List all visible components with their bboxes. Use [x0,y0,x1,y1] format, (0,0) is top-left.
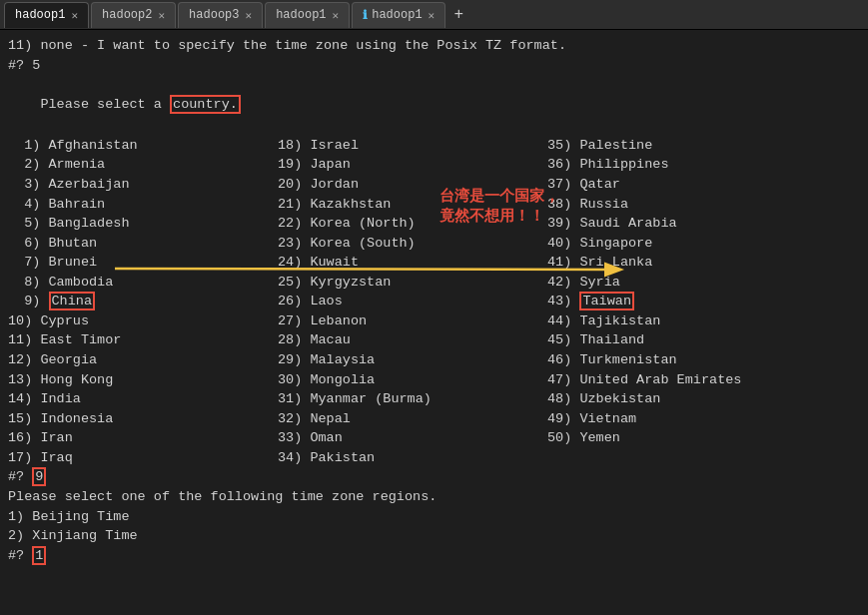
country-highlight: country. [170,95,241,114]
country-12: 12) Georgia [8,350,278,370]
country-25: 25) Kyrgyzstan [278,273,547,293]
tab-label: hadoop2 [102,8,152,22]
country-47: 47) United Arab Emirates [547,370,860,390]
country-15: 15) Indonesia [8,409,278,429]
close-icon[interactable]: ✕ [246,9,253,22]
tab-hadoop2[interactable]: hadoop2 ✕ [91,2,176,28]
prompt1-line: #? 5 [8,56,860,76]
country-49: 49) Vietnam [547,409,860,429]
input2-highlight: 9 [32,467,46,486]
country-16: 16) Iran [8,428,278,448]
country-36: 36) Philippines [547,155,860,175]
country-3: 3) Azerbaijan [8,175,278,195]
input3-highlight: 1 [32,546,46,565]
taiwan-highlight: Taiwan [579,292,634,310]
country-26: 26) Laos [278,292,547,311]
country-38: 38) Russia [547,195,860,215]
tab-label: hadoop3 [189,8,239,22]
country-42: 42) Syria [547,273,860,293]
country-39: 39) Saudi Arabia [547,214,860,234]
country-44: 44) Tajikistan [547,311,860,331]
country-col1: 1) Afghanistan 2) Armenia 3) Azerbaijan … [8,136,278,468]
country-13: 13) Hong Kong [8,370,278,390]
country-46: 46) Turkmenistan [547,350,860,370]
tab-label: hadoop1 [276,8,326,22]
tab-label: hadoop1 [372,8,422,22]
tz-1: 1) Beijing Time [8,507,860,527]
country-31: 31) Myanmar (Burma) [278,389,547,409]
country-23: 23) Korea (South) [278,234,547,254]
country-6: 6) Bhutan [8,234,278,254]
country-28: 28) Macau [278,330,547,350]
tab-hadoop3[interactable]: hadoop3 ✕ [178,2,263,28]
country-9: 9) China [8,292,278,311]
tz-label: Please select one of the following time … [8,487,860,507]
country-2: 2) Armenia [8,155,278,175]
country-29: 29) Malaysia [278,350,547,370]
select-line: Please select a country. [8,75,860,134]
country-32: 32) Nepal [278,409,547,429]
country-24: 24) Kuwait [278,253,547,273]
country-37: 37) Qatar [547,175,860,195]
intro-line: 11) none - I want to specify the time zo… [8,36,860,56]
country-45: 45) Thailand [547,330,860,350]
terminal: 11) none - I want to specify the time zo… [0,30,868,615]
country-43: 43) Taiwan [547,292,860,311]
country-list: 1) Afghanistan 2) Armenia 3) Azerbaijan … [8,136,860,468]
prompt3-line: #? 1 [8,546,860,566]
tab-hadoop1-info[interactable]: ℹ hadoop1 ✕ [352,2,445,28]
country-col3: 35) Palestine 36) Philippines 37) Qatar … [547,136,860,468]
country-19: 19) Japan [278,155,547,175]
close-icon[interactable]: ✕ [71,9,78,22]
country-34: 34) Pakistan [278,448,547,468]
country-8: 8) Cambodia [8,273,278,293]
tab-label: hadoop1 [15,8,65,22]
close-icon[interactable]: ✕ [158,9,165,22]
country-14: 14) India [8,389,278,409]
country-4: 4) Bahrain [8,195,278,215]
prompt2-line: #? 9 [8,467,860,487]
add-tab-button[interactable]: + [447,4,469,26]
country-5: 5) Bangladesh [8,214,278,234]
country-35: 35) Palestine [547,136,860,156]
chinese-annotation-1: 台湾是一个国家， [439,185,559,207]
country-40: 40) Singapore [547,234,860,254]
country-27: 27) Lebanon [278,311,547,331]
tz-2: 2) Xinjiang Time [8,526,860,546]
select-label: Please select a [40,97,170,112]
country-48: 48) Uzbekistan [547,389,860,409]
tab-bar: hadoop1 ✕ hadoop2 ✕ hadoop3 ✕ hadoop1 ✕ … [0,0,868,30]
country-41: 41) Sri Lanka [547,253,860,273]
close-icon[interactable]: ✕ [333,9,340,22]
country-11: 11) East Timor [8,330,278,350]
country-33: 33) Oman [278,428,547,448]
country-1: 1) Afghanistan [8,136,278,156]
country-50: 50) Yemen [547,428,860,448]
country-30: 30) Mongolia [278,370,547,390]
tab-hadoop1-2[interactable]: hadoop1 ✕ [265,2,350,28]
close-icon[interactable]: ✕ [429,9,435,22]
country-10: 10) Cyprus [8,311,278,331]
country-7: 7) Brunei [8,253,278,273]
country-17: 17) Iraq [8,448,278,468]
chinese-annotation-2: 竟然不想用！！ [439,205,544,227]
tab-hadoop1-active[interactable]: hadoop1 ✕ [4,2,89,28]
info-icon: ℹ [363,8,368,23]
china-highlight: China [49,292,96,310]
country-18: 18) Israel [278,136,547,156]
